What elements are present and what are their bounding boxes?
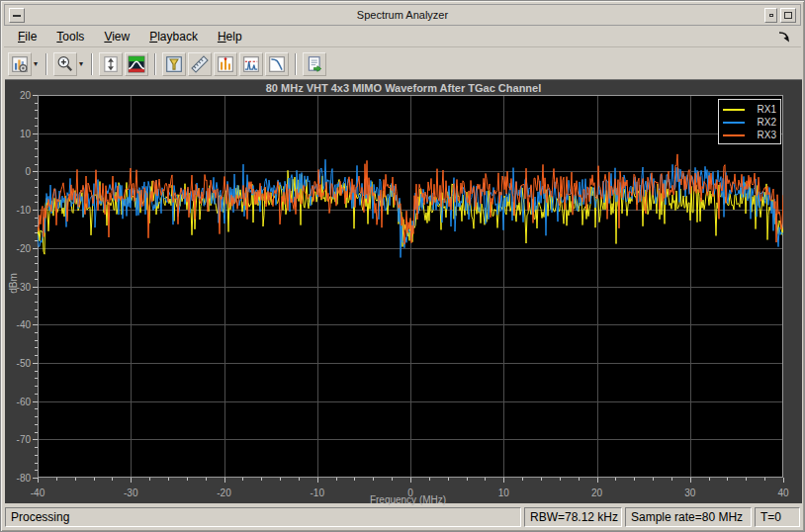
x-axis-label: Frequency (MHz) [32, 494, 784, 505]
toolbar-separator [45, 53, 47, 75]
toolbar: ▾▾ [4, 48, 801, 79]
peak-finder-icon [217, 55, 234, 73]
time-field: T=0 [755, 507, 800, 527]
distortion-button[interactable] [239, 52, 263, 76]
figure-area: 80 MHz VHT 4x3 MIMO Waveform After TGac … [5, 79, 802, 503]
y-tick-label: -70 [7, 434, 31, 445]
legend: RX1RX2RX3 [718, 99, 781, 144]
menu-item-tools[interactable]: Tools [46, 28, 94, 45]
menu-item-playback[interactable]: Playback [139, 28, 208, 45]
ruler-button[interactable] [188, 52, 212, 76]
distortion-icon [242, 55, 260, 73]
legend-line-sample [723, 134, 745, 136]
zoom-icon [56, 55, 74, 73]
menu-item-file[interactable]: File [8, 28, 46, 45]
plot-area[interactable]: -40-30-20-1001020304020100-10-20-30-40-5… [32, 95, 784, 502]
menubar: FileToolsViewPlaybackHelp [4, 27, 801, 47]
dock-icon[interactable] [777, 30, 791, 44]
zoom-button[interactable] [53, 52, 77, 76]
y-tick-label: -50 [7, 357, 31, 368]
spectrum-view-icon [128, 55, 145, 73]
legend-line-sample [723, 109, 745, 111]
ccdf-icon [268, 55, 286, 73]
legend-item: RX3 [723, 129, 776, 141]
legend-label: RX2 [750, 117, 776, 128]
status-bar: Processing RBW=78.12 kHz Sample rate=80 … [4, 505, 801, 529]
rbw-field: RBW=78.12 kHz [524, 507, 622, 527]
restore-icon [769, 14, 773, 17]
ruler-icon [191, 55, 209, 73]
status-message: Processing [5, 507, 521, 527]
spectrum-view-button[interactable] [125, 52, 148, 76]
y-tick-label: -60 [7, 396, 31, 406]
legend-label: RX1 [750, 104, 776, 115]
chart-title: 80 MHz VHT 4x3 MIMO Waveform After TGac … [5, 82, 802, 94]
autoscale-button[interactable] [99, 52, 123, 76]
export-button[interactable] [303, 52, 326, 76]
maximize-button[interactable] [780, 8, 796, 23]
sample-rate-field: Sample rate=80 MHz [625, 507, 752, 527]
toolbar-separator [91, 53, 93, 75]
titlebar[interactable]: Spectrum Analyzer [4, 4, 801, 26]
restore-button[interactable] [764, 8, 777, 23]
y-tick-label: -80 [7, 473, 31, 484]
toolbar-separator [295, 53, 297, 75]
y-tick-label: -10 [7, 205, 31, 216]
y-tick-label: -20 [7, 242, 31, 253]
spectrum-analyzer-window: Spectrum Analyzer FileToolsViewPlaybackH… [0, 0, 805, 532]
settings-button[interactable] [8, 52, 32, 76]
legend-item: RX2 [723, 116, 776, 129]
peak-finder-button[interactable] [214, 52, 237, 76]
autoscale-icon [102, 55, 120, 73]
toolbar-separator [154, 53, 156, 75]
cursor-measurements-button[interactable] [162, 52, 186, 76]
export-icon [306, 55, 323, 73]
maximize-icon [784, 12, 792, 19]
menu-item-help[interactable]: Help [208, 28, 252, 45]
spectrum-plot-canvas[interactable] [32, 95, 784, 485]
chevron-down-icon[interactable]: ▾ [79, 59, 83, 68]
legend-label: RX3 [750, 130, 776, 140]
legend-line-sample [723, 122, 745, 124]
legend-item: RX1 [723, 103, 776, 116]
y-axis-label: dBm [8, 264, 19, 304]
menu-item-view[interactable]: View [94, 28, 139, 45]
y-tick-label: 10 [7, 128, 31, 138]
cursor-measurements-icon [165, 55, 183, 73]
window-title: Spectrum Analyzer [5, 9, 800, 21]
ccdf-button[interactable] [265, 52, 289, 76]
settings-icon [11, 55, 29, 73]
y-tick-label: -40 [7, 319, 31, 330]
y-tick-label: 20 [7, 90, 31, 101]
y-tick-label: 0 [7, 166, 31, 177]
chevron-down-icon[interactable]: ▾ [34, 59, 38, 68]
